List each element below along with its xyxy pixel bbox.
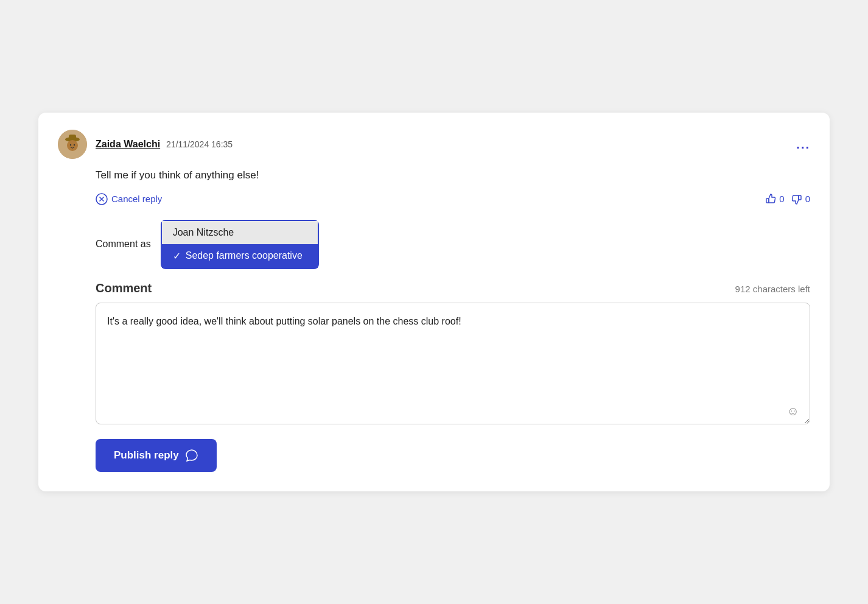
publish-reply-button[interactable]: Publish reply	[96, 439, 217, 472]
selected-checkmark: ✓	[173, 250, 181, 262]
upvote-button[interactable]: 0	[765, 193, 784, 205]
svg-point-5	[74, 144, 75, 146]
reply-form: Comment as Joan Nitzsche ✓ Sedep farmers…	[96, 220, 810, 472]
comment-label: Comment	[96, 281, 152, 295]
svg-rect-10	[799, 195, 801, 200]
thumbs-down-icon	[791, 193, 803, 205]
thumbs-up-icon	[765, 193, 777, 205]
downvote-count: 0	[805, 194, 810, 204]
reply-actions-row: Cancel reply 0 0	[96, 193, 810, 205]
comment-card: Zaida Waelchi 21/11/2024 16:35 ... Tell …	[38, 113, 830, 491]
svg-point-4	[70, 144, 71, 146]
svg-rect-2	[69, 135, 76, 141]
comment-timestamp: 21/11/2024 16:35	[166, 139, 233, 149]
avatar	[58, 130, 87, 159]
comment-body-text: Tell me if you think of anything else!	[96, 167, 810, 183]
textarea-wrapper: ☺	[96, 303, 810, 427]
header-left: Zaida Waelchi 21/11/2024 16:35	[58, 130, 233, 159]
dropdown-option-sedep[interactable]: ✓ Sedep farmers cooperative	[162, 244, 318, 268]
upvote-count: 0	[779, 194, 784, 204]
author-name[interactable]: Zaida Waelchi	[96, 139, 160, 150]
comment-section-header: Comment 912 characters left	[96, 281, 810, 295]
cancel-reply-label: Cancel reply	[111, 194, 162, 204]
speech-bubble-icon	[185, 449, 198, 462]
cancel-reply-icon	[96, 193, 108, 205]
comment-as-label: Comment as	[96, 239, 151, 250]
option-sedep-label: Sedep farmers cooperative	[186, 250, 303, 261]
svg-rect-9	[766, 198, 769, 203]
emoji-icon[interactable]: ☺	[787, 404, 799, 418]
dropdown-option-joan[interactable]: Joan Nitzsche	[162, 221, 318, 244]
comment-textarea[interactable]	[96, 303, 810, 424]
vote-buttons: 0 0	[765, 193, 810, 205]
comment-header: Zaida Waelchi 21/11/2024 16:35 ...	[58, 130, 810, 159]
more-options-button[interactable]: ...	[796, 138, 810, 152]
chars-left: 912 characters left	[735, 284, 810, 294]
identity-dropdown[interactable]: Joan Nitzsche ✓ Sedep farmers cooperativ…	[161, 220, 319, 269]
downvote-button[interactable]: 0	[791, 193, 810, 205]
option-joan-label: Joan Nitzsche	[173, 227, 234, 237]
author-info: Zaida Waelchi 21/11/2024 16:35	[96, 139, 233, 150]
cancel-reply-button[interactable]: Cancel reply	[96, 193, 162, 205]
publish-reply-label: Publish reply	[114, 449, 179, 462]
svg-point-3	[67, 140, 78, 151]
identity-dropdown-container: Joan Nitzsche ✓ Sedep farmers cooperativ…	[161, 220, 319, 269]
comment-as-row: Comment as Joan Nitzsche ✓ Sedep farmers…	[96, 220, 810, 269]
